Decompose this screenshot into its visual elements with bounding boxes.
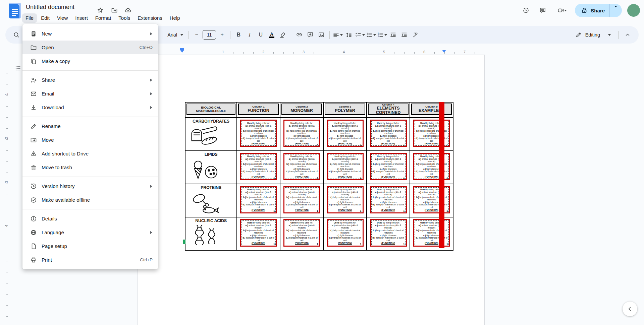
- table-header-cell: Column 2MONOMER: [280, 102, 323, 118]
- menu-divider: [22, 117, 158, 117]
- menubar-item-insert[interactable]: Insert: [72, 13, 91, 23]
- menu-shortcut: Ctrl+O: [140, 45, 153, 50]
- collapse-toolbar-button[interactable]: [623, 30, 633, 40]
- align-icon[interactable]: [333, 30, 343, 40]
- menubar-item-file[interactable]: File: [22, 13, 37, 23]
- share-button-main[interactable]: Share: [575, 7, 609, 14]
- google-docs-logo[interactable]: [9, 3, 21, 18]
- file-menu-item-share[interactable]: Share: [22, 73, 158, 87]
- file-menu-item-rename[interactable]: Rename: [22, 119, 158, 133]
- answer-cell: Used by living cells for:a.) animal stru…: [280, 217, 323, 250]
- answer-cell: Used by living cells for:a.) animal stru…: [410, 184, 453, 217]
- menubar-item-format[interactable]: Format: [92, 13, 115, 23]
- pencil-icon: [575, 31, 582, 38]
- highlight-icon[interactable]: [278, 30, 288, 40]
- document-page[interactable]: BIOLOGICAL MACROMOLECULEColumn 1FUNCTION…: [138, 55, 485, 325]
- ruler-mark: 2: [4, 137, 8, 139]
- menubar-item-edit[interactable]: Edit: [38, 13, 53, 23]
- trash-icon: [30, 164, 37, 171]
- insert-link-icon[interactable]: [294, 30, 304, 40]
- answer-cell: Used by living cells for:a.) animal stru…: [323, 184, 367, 217]
- file-menu-item-language[interactable]: Language: [22, 225, 158, 239]
- ruler-mark: 6: [423, 50, 425, 54]
- file-menu-item-email[interactable]: Email: [22, 87, 158, 101]
- toolbar-separator: [230, 31, 230, 39]
- vertical-ruler[interactable]: 1234: [0, 55, 9, 325]
- lipids-clipart: [185, 157, 236, 180]
- history-icon: [30, 183, 37, 190]
- share-dropdown[interactable]: [610, 7, 622, 13]
- file-menu-item-print[interactable]: PrintCtrl+P: [22, 253, 158, 267]
- join-call-icon[interactable]: [553, 4, 572, 17]
- file-menu-item-details[interactable]: Details: [22, 212, 158, 225]
- search-icon[interactable]: [11, 30, 21, 40]
- bold-button[interactable]: B: [233, 30, 244, 40]
- file-menu-item-make-a-copy[interactable]: Make a copy: [22, 54, 158, 68]
- checklist-icon[interactable]: [355, 30, 365, 40]
- file-menu-item-page-setup[interactable]: Page setup: [22, 239, 158, 253]
- horizontal-ruler[interactable]: 1234567: [138, 46, 485, 54]
- increase-font-size-button[interactable]: +: [217, 30, 227, 40]
- pencil-icon: [30, 123, 37, 130]
- file-menu-item-new[interactable]: New: [22, 27, 158, 41]
- table-header-cell: Column 3POLYMER: [323, 102, 367, 118]
- table-header-cell: BIOLOGICAL MACROMOLECULE: [185, 102, 237, 118]
- increase-indent-icon[interactable]: [399, 30, 409, 40]
- bulleted-list-icon[interactable]: [366, 30, 376, 40]
- copy-icon: [30, 58, 37, 65]
- file-menu-item-open[interactable]: OpenCtrl+O: [22, 41, 158, 54]
- share-button[interactable]: Share: [575, 4, 622, 17]
- add-comment-icon[interactable]: [305, 30, 315, 40]
- menubar-item-help[interactable]: Help: [166, 13, 183, 23]
- decrease-font-size-button[interactable]: −: [192, 30, 202, 40]
- clear-formatting-icon[interactable]: [410, 30, 420, 40]
- menubar-item-view[interactable]: View: [54, 13, 71, 23]
- italic-button[interactable]: I: [245, 30, 255, 40]
- ruler-mark: 5: [383, 50, 385, 54]
- menubar-item-tools[interactable]: Tools: [115, 13, 133, 23]
- ruler-mark: 3: [4, 181, 8, 183]
- person-add-icon: [30, 77, 37, 83]
- avatar[interactable]: [627, 4, 640, 17]
- star-icon[interactable]: [97, 7, 104, 14]
- answer-cell: Used by living cells for:a.) animal stru…: [323, 217, 367, 250]
- cloud-saved-icon[interactable]: [124, 7, 132, 14]
- row-label-cell-dna: NUCLEIC ACIDS: [185, 217, 237, 250]
- line-spacing-icon[interactable]: [344, 30, 354, 40]
- comments-icon[interactable]: [536, 4, 549, 17]
- answer-cell: Used by living cells for:a.) animal stru…: [237, 151, 280, 184]
- menu-shortcut: Ctrl+P: [140, 257, 153, 262]
- file-menu-item-make-available-offline[interactable]: Make available offline: [22, 193, 158, 207]
- file-menu-item-move[interactable]: Move: [22, 133, 158, 147]
- file-menu-item-move-to-trash[interactable]: Move to trash: [22, 160, 158, 174]
- menubar-item-extensions[interactable]: Extensions: [134, 13, 165, 23]
- move-folder-icon[interactable]: [111, 7, 118, 14]
- file-menu-item-version-history[interactable]: Version history: [22, 179, 158, 193]
- bread-clipart: [185, 124, 236, 147]
- decrease-indent-icon[interactable]: [388, 30, 398, 40]
- right-indent-marker[interactable]: [442, 50, 446, 55]
- ruler-mark: 3: [303, 50, 305, 54]
- font-size-input[interactable]: 11: [203, 30, 216, 40]
- header-actions: Share: [519, 3, 640, 18]
- numbered-list-icon[interactable]: 123: [377, 30, 387, 40]
- document-title[interactable]: Untitled document: [26, 4, 74, 11]
- macromolecule-table[interactable]: BIOLOGICAL MACROMOLECULEColumn 1FUNCTION…: [185, 102, 453, 251]
- answer-cell: Used by living cells for:a.) animal stru…: [410, 118, 453, 151]
- text-color-button[interactable]: A: [267, 30, 277, 40]
- left-indent-marker[interactable]: [180, 50, 184, 55]
- svg-text:3: 3: [378, 36, 379, 38]
- file-menu-item-download[interactable]: Download: [22, 101, 158, 114]
- file-menu-item-add-shortcut-to-drive[interactable]: Add shortcut to Drive: [22, 147, 158, 160]
- underline-button[interactable]: U: [256, 30, 266, 40]
- insert-image-icon[interactable]: [316, 30, 326, 40]
- version-history-icon[interactable]: [519, 4, 533, 17]
- folder-icon: [30, 44, 37, 51]
- document-outline-icon[interactable]: [14, 64, 22, 72]
- font-selector-dropdown[interactable]: Arial: [165, 32, 185, 38]
- collapse-side-panel-button[interactable]: [623, 302, 637, 316]
- row-label-cell-lipids: LIPIDS: [185, 151, 237, 184]
- submenu-arrow-icon: [150, 231, 154, 234]
- editing-mode-dropdown[interactable]: Editing: [570, 31, 616, 38]
- info-icon: [30, 215, 37, 222]
